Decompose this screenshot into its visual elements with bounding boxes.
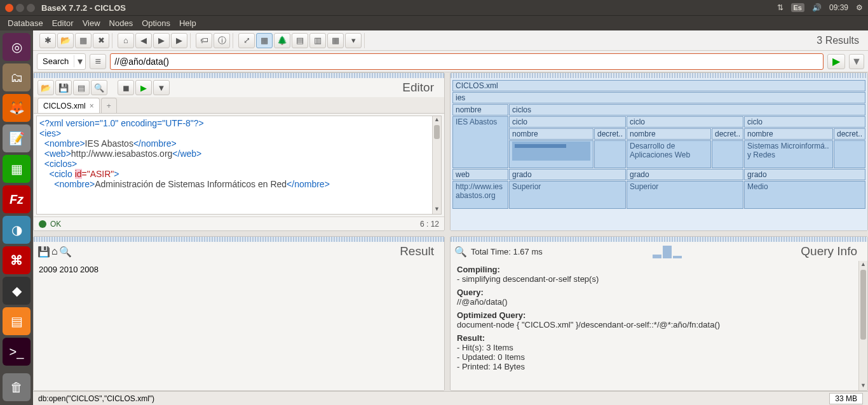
xquery-input[interactable] <box>110 53 824 70</box>
new-db-icon[interactable]: ✱ <box>39 33 56 48</box>
editor-tab[interactable]: CICLOS.xml × <box>37 98 100 113</box>
launcher-filezilla-icon[interactable]: Fz <box>3 185 31 213</box>
stop-icon[interactable]: ◼ <box>118 80 134 95</box>
horizontal-splitter[interactable] <box>33 231 868 236</box>
filter-editor-icon[interactable]: ▼ <box>153 80 170 95</box>
back-icon[interactable]: ◀ <box>135 33 152 48</box>
total-time: Total Time: 1.67 ms <box>471 247 543 256</box>
save-result-icon[interactable]: 💾 <box>37 246 50 258</box>
history-icon[interactable]: ≡ <box>90 54 106 69</box>
map-view[interactable]: CICLOS.xml ies nombre ciclos IES Abastos… <box>451 78 867 230</box>
explorer-view-icon[interactable]: ▾ <box>345 33 362 48</box>
editor-tab-bar: CICLOS.xml × + <box>34 97 444 114</box>
keyboard-indicator[interactable]: Es <box>791 3 804 12</box>
window-close-button[interactable] <box>5 4 13 12</box>
panel-grip[interactable] <box>451 237 867 242</box>
vertical-splitter[interactable] <box>445 236 450 391</box>
status-bar: db:open("CICLOS","CICLOS.xml") 33 MB <box>33 391 868 405</box>
chevron-down-icon: ▾ <box>74 55 85 67</box>
panel-grip[interactable] <box>34 73 444 78</box>
launcher-empathy-icon[interactable]: ◑ <box>3 216 31 244</box>
editor-panel: 📂 💾 ▤ 🔍 ◼ ▶ ▼ Editor CICLOS.xml × + <?xm… <box>33 72 445 231</box>
table-view-icon[interactable]: ▦ <box>327 33 344 48</box>
info-icon[interactable]: ⓘ <box>214 33 230 48</box>
cursor-position: 6 : 12 <box>420 220 439 229</box>
launcher-shapes-icon[interactable]: ◆ <box>3 277 31 305</box>
find-icon[interactable]: 🔍 <box>91 80 107 95</box>
editor-panel-title: Editor <box>402 81 440 95</box>
timing-chart <box>653 244 691 258</box>
unity-launcher: ◎ 🗂 🦊 📝 ▦ Fz ◑ ⌘ ◆ ▤ >_ 🗑 <box>0 30 33 405</box>
find-result-icon[interactable]: 🔍 <box>59 246 72 258</box>
launcher-rss-icon[interactable]: ▤ <box>3 307 31 335</box>
map-view-panel: CICLOS.xml ies nombre ciclos IES Abastos… <box>450 72 868 231</box>
home-icon[interactable]: ⌂ <box>118 33 134 48</box>
memory-indicator[interactable]: 33 MB <box>829 393 863 404</box>
vertical-splitter[interactable] <box>445 72 450 231</box>
qinfo-scrollbar[interactable]: ▲ ▼ <box>858 261 867 390</box>
editor-view-icon[interactable]: ⤢ <box>238 33 255 48</box>
find-qinfo-icon[interactable]: 🔍 <box>454 246 467 258</box>
editor-status-bar: OK 6 : 12 <box>34 216 444 230</box>
launcher-gedit-icon[interactable]: 📝 <box>3 124 31 152</box>
tree-view-icon[interactable]: 🌲 <box>274 33 290 48</box>
map-view-icon[interactable]: ▦ <box>256 33 273 48</box>
menu-database[interactable]: Database <box>4 17 47 29</box>
menu-view[interactable]: View <box>79 17 104 29</box>
result-panel: 💾 ⌂ 🔍 Result 2009 2010 2008 <box>33 236 445 391</box>
launcher-dash-icon[interactable]: ◎ <box>3 33 31 61</box>
clock[interactable]: 09:39 <box>829 3 848 12</box>
result-panel-title: Result <box>400 244 440 258</box>
plot-view-icon[interactable]: ▥ <box>309 33 326 48</box>
editor-scrollbar[interactable]: ▲ ▼ <box>432 116 441 214</box>
result-count: 3 Results <box>817 35 864 46</box>
launcher-files-icon[interactable]: 🗂 <box>3 63 31 91</box>
window-title: BaseX 7.7.2 - CICLOS <box>41 3 126 13</box>
status-ok-icon <box>39 220 46 228</box>
system-bar: BaseX 7.7.2 - CICLOS ⇅ Es 🔊 09:39 ⚙ <box>0 0 868 15</box>
menu-nodes[interactable]: Nodes <box>105 17 137 29</box>
menu-editor[interactable]: Editor <box>48 17 78 29</box>
properties-icon[interactable]: ▦ <box>75 33 92 48</box>
query-info-panel: 🔍 Total Time: 1.67 ms Query Info Compili… <box>450 236 868 391</box>
tag-icon[interactable]: 🏷 <box>196 33 212 48</box>
menu-options[interactable]: Options <box>138 17 174 29</box>
up-icon[interactable]: ▶ <box>171 33 187 48</box>
launcher-terminal-icon[interactable]: >_ <box>3 338 31 366</box>
result-text[interactable]: 2009 2010 2008 <box>34 261 444 390</box>
launcher-basex-icon[interactable]: ⌘ <box>3 246 31 274</box>
launcher-firefox-icon[interactable]: 🦊 <box>3 94 31 122</box>
main-toolbar: ✱ 📂 ▦ ✖ ⌂ ◀ ▶ ▶ 🏷 ⓘ ⤢ ▦ 🌲 ▤ ▥ ▦ ▾ 3 Resu… <box>33 30 868 51</box>
window-minimize-button[interactable] <box>16 4 24 12</box>
code-editor[interactable]: <?xml version="1.0" encoding="UTF-8"?> <… <box>36 116 442 215</box>
folder-view-icon[interactable]: ▤ <box>292 33 308 48</box>
open-file-icon[interactable]: 📂 <box>37 80 54 95</box>
launcher-trash-icon[interactable]: 🗑 <box>3 373 31 401</box>
panel-grip[interactable] <box>34 237 444 242</box>
status-text: db:open("CICLOS","CICLOS.xml") <box>38 394 154 403</box>
menu-help[interactable]: Help <box>175 17 200 29</box>
open-db-icon[interactable]: 📂 <box>57 33 74 48</box>
menu-bar: Database Editor View Nodes Options Help <box>0 15 868 30</box>
filter-icon[interactable]: ▼ <box>849 54 864 69</box>
search-bar: Search ▾ ≡ ▶ ▼ <box>33 51 868 72</box>
sound-icon[interactable]: 🔊 <box>812 3 822 12</box>
system-tray: ⇅ Es 🔊 09:39 ⚙ <box>777 3 864 12</box>
window-maximize-button[interactable] <box>27 4 35 12</box>
save-file-icon[interactable]: 💾 <box>55 80 72 95</box>
network-icon[interactable]: ⇅ <box>777 3 783 12</box>
close-tab-icon[interactable]: × <box>90 102 94 110</box>
gear-icon[interactable]: ⚙ <box>856 3 863 12</box>
search-mode-select[interactable]: Search ▾ <box>37 53 86 70</box>
history-file-icon[interactable]: ▤ <box>73 80 90 95</box>
forward-icon[interactable]: ▶ <box>153 33 170 48</box>
launcher-calc-icon[interactable]: ▦ <box>3 155 31 183</box>
execute-button[interactable]: ▶ <box>827 54 845 69</box>
close-db-icon[interactable]: ✖ <box>93 33 109 48</box>
home-result-icon[interactable]: ⌂ <box>51 246 58 257</box>
qinfo-panel-title: Query Info <box>801 244 864 258</box>
query-info-text[interactable]: Compiling:- simplifying descendant-or-se… <box>451 261 867 390</box>
new-tab-button[interactable]: + <box>101 98 117 113</box>
run-icon[interactable]: ▶ <box>135 80 152 95</box>
panel-grip[interactable] <box>451 73 867 78</box>
